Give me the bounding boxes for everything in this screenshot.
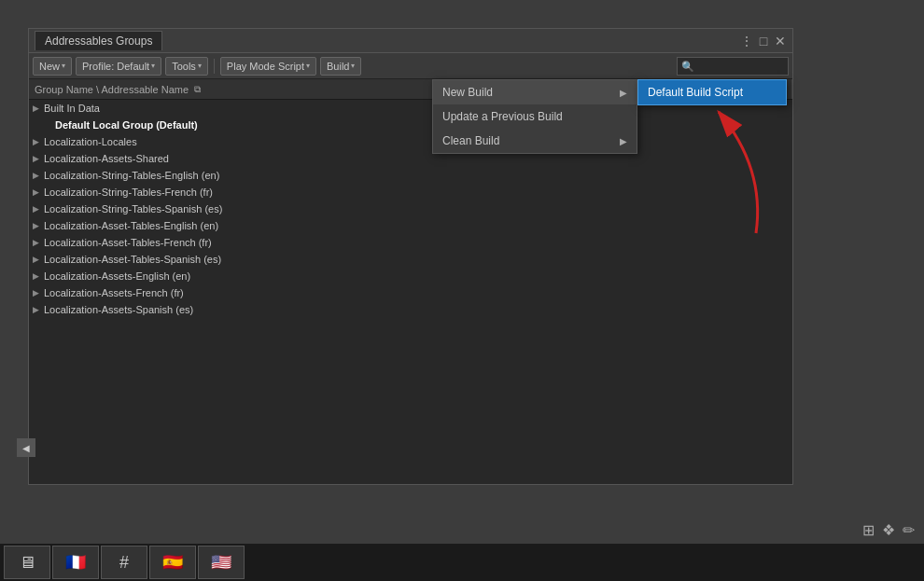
play-mode-label: Play Mode Script bbox=[227, 61, 304, 72]
search-input[interactable] bbox=[681, 61, 784, 72]
dropdown-item-1[interactable]: Update a Previous Build bbox=[433, 104, 637, 129]
tree-item-label: Localization-Asset-Tables-French (fr) bbox=[44, 237, 212, 248]
bottom-icon-1[interactable]: ⊞ bbox=[862, 521, 875, 539]
play-mode-button[interactable]: Play Mode Script ▾ bbox=[220, 57, 316, 76]
dropdown-item-label: Clean Build bbox=[442, 134, 499, 147]
col-icon-1: ⧉ bbox=[194, 84, 201, 95]
search-box[interactable] bbox=[677, 57, 789, 76]
tree-item[interactable]: ▶Localization-Asset-Tables-Spanish (es) bbox=[29, 251, 792, 268]
tree-item-label: Localization-String-Tables-English (en) bbox=[44, 170, 219, 181]
tree-item-label: Localization-Asset-Tables-English (en) bbox=[44, 220, 218, 231]
taskbar: 🖥 🇫🇷 # 🇪🇸 🇺🇸 bbox=[0, 544, 924, 581]
tree-item-label: Localization-Asset-Tables-Spanish (es) bbox=[44, 254, 221, 265]
profile-button[interactable]: Profile: Default ▾ bbox=[76, 57, 161, 76]
tree-item[interactable]: ▶Localization-String-Tables-French (fr) bbox=[29, 184, 792, 201]
maximize-icon[interactable]: □ bbox=[757, 35, 770, 48]
tree-item-label: Built In Data bbox=[44, 103, 100, 114]
tree-item-label: Localization-Assets-English (en) bbox=[44, 270, 190, 282]
submenu-item-0[interactable]: Default Build Script bbox=[638, 80, 786, 104]
tree-item[interactable]: ▶Localization-String-Tables-English (en) bbox=[29, 167, 792, 184]
tree-item[interactable]: ▶Localization-Locales bbox=[29, 133, 792, 150]
tree-item[interactable]: ▶Localization-Asset-Tables-English (en) bbox=[29, 217, 792, 234]
content-area: ▶Built In DataDefault Local Group (Defau… bbox=[29, 100, 792, 484]
taskbar-item-5[interactable]: 🇺🇸 bbox=[198, 546, 245, 579]
tree-arrow-icon: ▶ bbox=[33, 104, 44, 113]
left-indicator: ◀ bbox=[17, 438, 35, 457]
menu-icon[interactable]: ⋮ bbox=[740, 35, 753, 48]
taskbar-item-1[interactable]: 🖥 bbox=[4, 546, 50, 579]
new-dropdown-arrow: ▾ bbox=[62, 62, 65, 70]
tree-arrow-icon: ▶ bbox=[33, 255, 44, 264]
close-icon[interactable]: ✕ bbox=[774, 35, 787, 48]
dropdown-item-label: Update a Previous Build bbox=[442, 110, 563, 123]
toolbar-separator-1 bbox=[214, 59, 215, 74]
bottom-icon-3[interactable]: ✏ bbox=[903, 521, 915, 539]
tree-item[interactable]: ▶Localization-Assets-French (fr) bbox=[29, 284, 792, 301]
tree-item[interactable]: ▶Localization-Asset-Tables-French (fr) bbox=[29, 234, 792, 251]
tree-item[interactable]: ▶Localization-Assets-English (en) bbox=[29, 268, 792, 284]
dropdown-item-0[interactable]: New Build▶ bbox=[433, 80, 637, 104]
taskbar-item-3[interactable]: # bbox=[101, 546, 147, 579]
play-mode-dropdown-arrow: ▾ bbox=[306, 62, 310, 70]
tree-item[interactable]: ▶Localization-String-Tables-Spanish (es) bbox=[29, 201, 792, 217]
tree-arrow-icon: ▶ bbox=[33, 154, 44, 163]
tree-item[interactable]: ▶Localization-Assets-Shared bbox=[29, 150, 792, 167]
tree-item-label: Localization-Assets-Shared bbox=[44, 153, 169, 164]
tools-label: Tools bbox=[172, 61, 196, 72]
build-submenu: Default Build Script bbox=[637, 79, 787, 105]
tree-item-label: Localization-String-Tables-Spanish (es) bbox=[44, 203, 222, 214]
taskbar-item-4[interactable]: 🇪🇸 bbox=[149, 546, 196, 579]
dropdown-item-label: New Build bbox=[442, 86, 493, 99]
tree-item[interactable]: ▶Localization-Assets-Spanish (es) bbox=[29, 301, 792, 318]
tree-arrow-icon: ▶ bbox=[33, 271, 44, 281]
tree-item-label: Localization-Assets-French (fr) bbox=[44, 287, 184, 298]
new-button[interactable]: New ▾ bbox=[33, 57, 72, 76]
tree-arrow-icon: ▶ bbox=[33, 171, 44, 180]
window-title-tab[interactable]: Addressables Groups bbox=[35, 31, 162, 50]
col-group-name-label: Group Name \ Addressable Name bbox=[35, 84, 189, 95]
bottom-icon-bar: ⊞ ❖ ✏ bbox=[862, 521, 915, 539]
dropdown-item-2[interactable]: Clean Build▶ bbox=[433, 129, 637, 153]
title-bar: Addressables Groups ⋮ □ ✕ bbox=[29, 29, 792, 53]
title-bar-controls: ⋮ □ ✕ bbox=[740, 35, 787, 48]
dropdown-submenu-arrow: ▶ bbox=[620, 88, 627, 98]
profile-dropdown-arrow: ▾ bbox=[151, 62, 155, 70]
tools-dropdown-arrow: ▾ bbox=[198, 62, 202, 70]
tree-arrow-icon: ▶ bbox=[33, 137, 44, 146]
toolbar: New ▾ Profile: Default ▾ Tools ▾ Play Mo… bbox=[29, 53, 792, 79]
bottom-icon-2[interactable]: ❖ bbox=[882, 521, 895, 539]
tree-arrow-icon: ▶ bbox=[33, 288, 44, 297]
tree-item-label: Localization-String-Tables-French (fr) bbox=[44, 187, 213, 198]
tree-item-label: Default Local Group (Default) bbox=[55, 119, 198, 131]
tree-item[interactable]: Default Local Group (Default) bbox=[29, 117, 792, 133]
tree-item-label: Localization-Locales bbox=[44, 136, 137, 147]
build-label: Build bbox=[327, 61, 349, 72]
build-button[interactable]: Build ▾ bbox=[320, 57, 361, 76]
tree-arrow-icon: ▶ bbox=[33, 187, 44, 197]
submenu-item-label: Default Build Script bbox=[648, 86, 743, 99]
dropdown-submenu-arrow: ▶ bbox=[620, 136, 627, 146]
tree-arrow-icon: ▶ bbox=[33, 238, 44, 247]
build-dropdown-arrow: ▾ bbox=[351, 62, 355, 70]
tree-arrow-icon: ▶ bbox=[33, 305, 44, 314]
tree-item-label: Localization-Assets-Spanish (es) bbox=[44, 304, 193, 315]
tree-arrow-icon: ▶ bbox=[33, 221, 44, 230]
tree-arrow-icon: ▶ bbox=[33, 204, 44, 214]
profile-label: Profile: Default bbox=[82, 61, 149, 72]
new-label: New bbox=[39, 61, 60, 72]
tools-button[interactable]: Tools ▾ bbox=[165, 57, 208, 76]
build-dropdown-menu: New Build▶Update a Previous BuildClean B… bbox=[432, 79, 637, 154]
taskbar-item-2[interactable]: 🇫🇷 bbox=[52, 546, 99, 579]
